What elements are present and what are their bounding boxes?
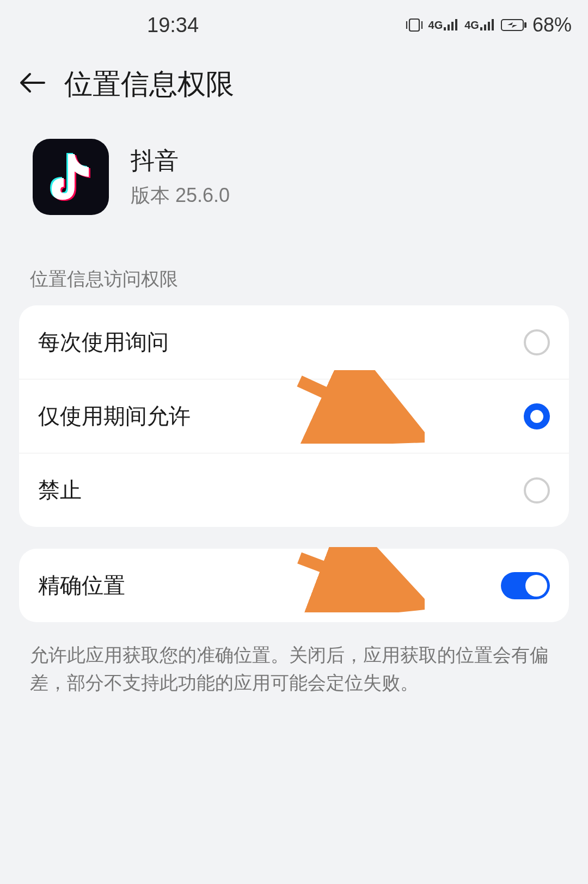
toggle-switch-icon[interactable]: [501, 572, 550, 599]
radio-selected-icon: [524, 403, 550, 429]
option-deny[interactable]: 禁止: [19, 453, 569, 527]
svg-rect-4: [448, 24, 450, 30]
app-info-section: 抖音 版本 25.6.0: [0, 122, 588, 242]
page-title: 位置信息权限: [64, 65, 234, 103]
vibrate-icon: [406, 18, 423, 32]
signal-2-icon: 4G: [464, 19, 495, 32]
option-label: 仅使用期间允许: [38, 401, 191, 431]
option-label: 禁止: [38, 475, 82, 505]
precise-location-row[interactable]: 精确位置: [19, 549, 569, 622]
signal-1-icon: 4G: [428, 19, 460, 32]
status-indicators: 4G 4G 68%: [406, 14, 572, 36]
precise-location-card: 精确位置: [19, 549, 569, 622]
app-version: 版本 25.6.0: [131, 182, 230, 209]
svg-rect-11: [501, 20, 523, 30]
svg-rect-8: [484, 24, 486, 30]
description-text: 允许此应用获取您的准确位置。关闭后，应用获取的位置会有偏差，部分不支持此功能的应…: [0, 622, 588, 716]
status-time: 19:34: [147, 14, 199, 37]
toggle-knob: [525, 575, 547, 597]
svg-rect-10: [492, 19, 494, 30]
app-info: 抖音 版本 25.6.0: [131, 145, 230, 209]
option-allow-while-using[interactable]: 仅使用期间允许: [19, 379, 569, 453]
radio-unselected-icon: [524, 477, 550, 504]
svg-rect-5: [451, 22, 454, 30]
option-ask-every-time[interactable]: 每次使用询问: [19, 305, 569, 379]
battery-icon: [501, 18, 527, 32]
section-label: 位置信息访问权限: [0, 242, 588, 305]
battery-percent: 68%: [532, 14, 572, 36]
status-bar: 19:34 4G 4G: [0, 0, 588, 49]
svg-rect-6: [455, 19, 457, 30]
permission-options-card: 每次使用询问 仅使用期间允许 禁止: [19, 305, 569, 527]
svg-rect-12: [524, 22, 526, 28]
app-name: 抖音: [131, 145, 230, 177]
app-icon: [33, 139, 109, 215]
svg-rect-9: [488, 22, 490, 30]
header: 位置信息权限: [0, 49, 588, 122]
svg-rect-3: [444, 27, 446, 30]
radio-unselected-icon: [524, 329, 550, 355]
svg-rect-7: [480, 27, 482, 30]
svg-rect-0: [409, 19, 419, 31]
option-label: 每次使用询问: [38, 327, 169, 357]
back-arrow-icon[interactable]: [19, 70, 45, 100]
precise-location-label: 精确位置: [38, 570, 125, 600]
